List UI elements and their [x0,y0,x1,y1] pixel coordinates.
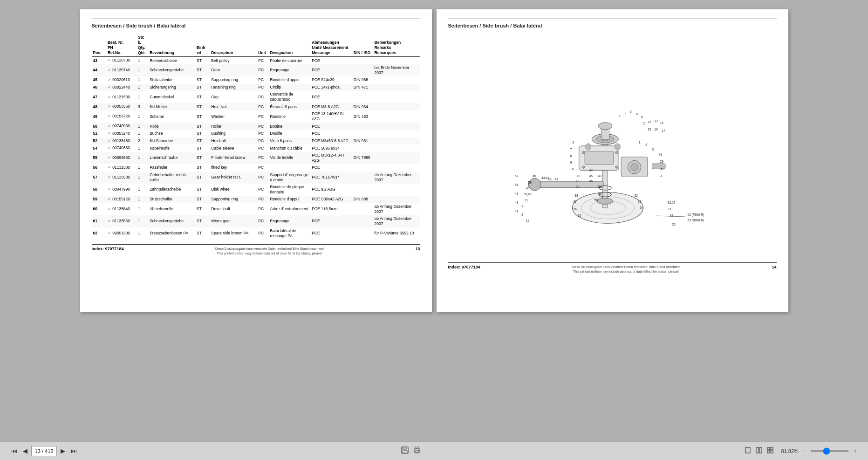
cell-description: Hex. Nut [210,103,257,110]
cell-qty: 1 [137,130,148,137]
zoom-in-button[interactable]: + [851,446,859,455]
cell-abmessungen: PCE 13-140HV-St A3G [310,110,352,123]
right-footer-page: 14 [772,265,776,269]
single-view-button[interactable] [743,446,752,456]
cell-designation: Rondelle d'appui [268,76,310,84]
check-mark: ✓ [108,219,111,223]
svg-text:44: 44 [589,169,593,172]
cell-einheit: ST [195,152,210,164]
check-mark: ✓ [108,175,111,179]
cell-qty: 1 [137,123,148,130]
cell-pos: 62 [92,227,106,240]
cell-din-iso [352,91,373,103]
cell-designation: Rondelle [268,110,310,123]
cell-qty: 1 [137,172,148,184]
double-view-button[interactable] [754,446,764,456]
cell-din-iso [352,64,373,76]
svg-text:2: 2 [645,143,647,146]
check-mark: ✓ [108,114,111,118]
cell-unit: PC [257,184,268,196]
cell-unit: PC [257,203,268,215]
cell-description: Retaining ring [210,84,257,91]
right-top-line [448,19,777,19]
right-footer-index: Index: 97077184 [448,265,480,269]
cell-qty: 2 [137,137,148,145]
check-mark: ✓ [108,145,111,150]
left-footer-index: Index: 97077184 [92,247,124,251]
header-bezeichnung: Bezeichnung [148,34,195,57]
header-einheit: Einheit [195,34,210,57]
single-view-icon [745,447,751,453]
cell-pos: 44 [92,64,106,76]
svg-text:35: 35 [578,214,581,217]
prev-page-button[interactable]: ◀ [21,446,29,455]
header-bemerkungen: BemerkungenRemarksRemarques [373,34,420,57]
table-row: 48 ✓ 00053350 3 6kt.Mutter ST Hex. Nut P… [92,103,420,110]
cell-qty: 1 [137,57,148,64]
cell-abmessungen: PCE M3x12-4.8-H A2G [310,152,352,164]
left-top-line [92,19,420,19]
cell-best-nr: ✓ 01130740 [106,64,137,76]
header-din-iso: DIN / ISO [352,34,373,57]
last-page-button[interactable]: ⏭ [69,446,79,455]
check-mark: ✓ [108,85,111,89]
next-page-button[interactable]: ▶ [59,446,67,455]
cell-pos: 51 [92,130,106,137]
table-row: 62 ✓ 99651300 1 Ersatzseitenbesen PA ST … [92,227,420,240]
svg-text:19: 19 [526,219,530,222]
cell-best-nr: ✓ 99651300 [106,227,137,240]
cell-bezeichnung: Abtriebswelle [148,203,195,215]
cell-abmessungen: PCE [310,57,352,64]
check-mark: ✓ [108,197,111,201]
cell-einheit: ST [195,76,210,84]
svg-text:33: 33 [638,200,642,203]
cell-pos: 56 [92,164,106,172]
cell-designation: Circlip [268,84,310,91]
grid-view-button[interactable] [765,446,775,456]
cell-unit: PC [257,137,268,145]
svg-text:20: 20 [576,185,580,188]
cell-description: Spare side broom PA [210,227,257,240]
svg-text:2: 2 [625,111,627,115]
cell-bemerkungen [373,76,420,84]
cell-abmessungen: PCE [310,164,352,172]
zoom-slider[interactable] [811,450,848,452]
cell-unit: PC [257,227,268,240]
cell-bemerkungen [373,144,420,152]
svg-point-17 [582,166,585,169]
cell-abmessungen: PCE [310,130,352,137]
cell-unit: PC [257,196,268,203]
cell-description: Hex.bolt [210,137,257,145]
table-row: 55 ✓ 00695680 1 Linsenschraube ST Fillis… [92,152,420,164]
left-footer: Index: 97077184 Diese Druckausgabe kann … [92,244,420,256]
cell-einheit: ST [195,137,210,145]
print-button[interactable] [412,446,422,456]
header-unit: Unit [257,34,268,57]
cell-einheit: ST [195,227,210,240]
first-page-button[interactable]: ⏮ [9,446,19,455]
cell-designation: Poulie de courroie [268,57,310,64]
cell-unit: PC [257,110,268,123]
cell-best-nr: ✓ 00855240 [106,130,137,137]
save-button[interactable] [400,446,410,456]
table-row: 43 ✓ 01130730 1 Riemenscheibe ST Belt pu… [92,57,420,64]
svg-text:8: 8 [521,213,523,216]
cell-qty: 1 [137,64,148,76]
cell-einheit: ST [195,103,210,110]
table-row: 50 ✓ 00740930 1 Rolle ST Roller PC Bobin… [92,123,420,130]
zoom-out-button[interactable]: − [801,446,809,455]
svg-text:17: 17 [662,129,665,132]
print-icon [413,446,421,454]
svg-text:41: 41 [555,178,559,181]
svg-rect-102 [767,451,770,453]
cell-bezeichnung: Stützscheibe [148,76,195,84]
check-mark: ✓ [108,95,111,99]
cell-qty: 1 [137,203,148,215]
svg-text:62 (P900 R): 62 (P900 R) [688,213,704,217]
cell-qty: 1 [137,84,148,91]
cell-bemerkungen [373,164,420,172]
svg-text:31: 31 [525,199,528,202]
page-number-input[interactable] [31,446,57,456]
table-row: 57 ✓ 01135580 1 Getriebehalter rechts, v… [92,172,420,184]
right-footer-notice: Diese Druckausgabe kann veraltete Daten … [485,265,767,274]
